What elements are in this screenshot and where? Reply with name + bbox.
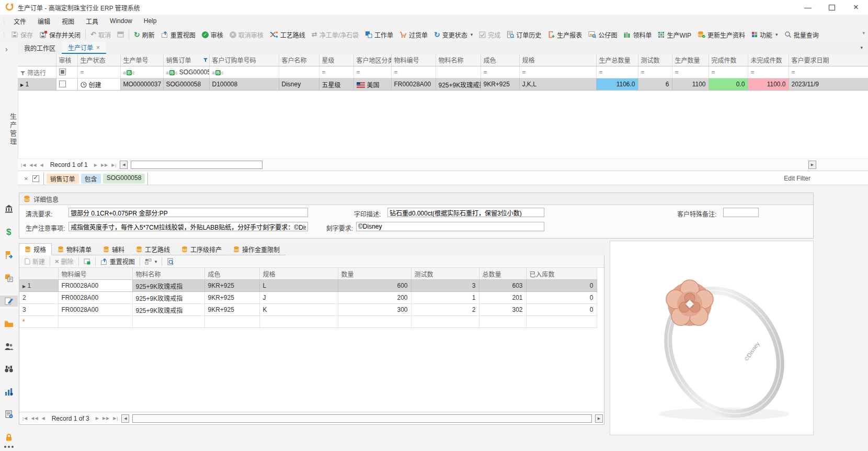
filter-enabled-checkbox[interactable] [32,175,39,182]
cell-size[interactable]: K [259,304,338,316]
filter-cell-star[interactable]: = [319,66,353,78]
row-header[interactable]: 3 [19,304,58,316]
rail-expand-icon[interactable]: › [5,45,8,53]
column-header-item-name[interactable]: 物料名称 [132,268,204,280]
work-order-button[interactable]: 工作单 [362,28,396,41]
tab-bom[interactable]: 物料清单 [52,243,97,255]
menu-edit[interactable]: 编辑 [32,15,56,27]
table-row[interactable]: 3 FR00028A00 925+9K玫瑰戒指 9KR+925 K 300 2 … [19,304,597,316]
clipboard-gear-icon[interactable] [0,409,18,420]
new-row-button[interactable]: 新建 [21,255,48,268]
cell-size[interactable]: J [259,292,338,304]
filter-close-icon[interactable]: × [24,175,28,183]
cell-stocked-qty[interactable] [526,316,597,328]
hscroll-left-button[interactable]: ◀ [120,161,128,169]
column-header-total-qty[interactable]: 生产总数量 [596,54,638,66]
column-header-qty[interactable]: 数量 [338,268,411,280]
filter-cell-approve[interactable] [56,66,77,78]
hscroll-right-button[interactable]: ▶ [808,161,816,169]
refresh-button[interactable]: ↻ 刷新 [131,28,158,41]
tab-route[interactable]: 工艺路线 [130,243,176,255]
cell-item-name[interactable]: 925+9K玫瑰戒指 [132,304,204,316]
minimize-button[interactable]: — [796,0,820,15]
cell-item-name[interactable]: 925+9K玫瑰戒指 [132,280,204,292]
nav-next-button[interactable]: ▶ [96,416,99,421]
column-header-mo[interactable]: 生产单号 [120,54,163,66]
save-close-button[interactable]: 保存并关闭 [36,28,84,41]
nav-prev-button[interactable]: ◀ [40,163,44,167]
filter-cell-item-name[interactable] [436,66,481,78]
hscroll-track[interactable] [131,161,262,169]
search-grid-button[interactable] [164,255,177,268]
people-icon[interactable] [0,341,18,352]
nav-next-button[interactable]: ▶ [94,163,98,167]
filter-cell-purity[interactable]: = [481,66,519,78]
cell-item-name[interactable]: 925+9K玫瑰戒指 [132,292,204,304]
filter-cell-total[interactable]: = [596,66,638,78]
cell-star[interactable]: 五星级 [319,78,353,91]
cell-purity[interactable]: 9KR+925 [481,78,519,91]
cell-item-no[interactable]: FR00028A00 [58,304,132,316]
sub-reset-view-button[interactable]: 重置视图 [97,255,138,268]
route-button[interactable]: 工艺路线 [267,28,309,41]
cell-item-no[interactable]: FR00028A00 [58,280,132,292]
bar-chart-icon[interactable] [0,386,18,397]
cell-qty[interactable] [338,316,411,328]
close-button[interactable]: × [844,0,868,15]
open-folder-icon[interactable] [0,319,18,329]
row-header[interactable]: * [19,316,58,328]
cell-total-qty[interactable]: 1106.0 [596,78,638,91]
toolbar-overflow-icon[interactable]: ▾ [862,30,865,36]
row-header[interactable]: ▶ 1 [19,280,58,292]
column-header-date[interactable]: 客户要求日期 [789,54,868,66]
nav-prev-button[interactable]: ◀ [42,416,45,421]
note-input[interactable] [68,222,308,231]
column-header-region[interactable]: 客户地区分类 [353,54,391,66]
cell-size[interactable]: L [259,280,338,292]
cell-stocked-qty[interactable]: 0 [526,280,597,292]
cell-done-qty[interactable]: 0.0 [709,78,748,91]
bank-icon[interactable] [0,203,18,214]
cell-total-qty[interactable]: 603 [479,280,526,292]
cell-item-name[interactable]: 925+9K玫瑰戒指 [436,78,481,91]
cell-so[interactable]: SOG000058 [163,78,209,91]
column-header-item-no[interactable]: 物料编号 [58,268,132,280]
new-row[interactable]: * [19,316,597,328]
production-report-button[interactable]: 生产报表 [544,28,585,41]
binoculars-icon[interactable] [0,364,18,374]
filter-cell-customer[interactable] [279,66,319,78]
rail-more-icon[interactable] [0,446,18,448]
column-header-prod-qty[interactable]: 生产数量 [672,54,709,66]
cell-qty[interactable]: 600 [338,280,411,292]
cell-prod-qty[interactable]: 1100 [672,78,709,91]
menu-tools[interactable]: 工具 [80,15,104,27]
row-header[interactable]: ▶ 1 [18,78,56,91]
menu-file[interactable]: 文件 [8,15,32,27]
cell-size[interactable] [259,316,338,328]
checkbox-icon[interactable] [59,81,66,87]
indeterminate-checkbox-icon[interactable] [59,69,66,75]
tab-accessory[interactable]: 辅料 [97,243,130,255]
column-header-size[interactable]: 规格 [259,268,338,280]
menu-view[interactable]: 视图 [56,15,80,27]
cell-purity[interactable]: 9KR+925 [204,280,259,292]
cell-test-qty[interactable] [411,316,479,328]
filter-cell-status[interactable]: = [77,66,120,78]
remark-input[interactable] [723,208,759,217]
cell-approve[interactable] [56,78,77,91]
cell-qty[interactable]: 300 [338,304,411,316]
cell-region[interactable]: 美国 [353,78,391,91]
cell-stocked-qty[interactable]: 0 [526,292,597,304]
column-header-size[interactable]: 规格 [519,54,596,66]
imprint-input[interactable] [387,208,544,217]
production-wip-button[interactable]: 生产WIP [655,28,694,41]
save-button[interactable]: 保存 [8,28,36,41]
filter-cell-so[interactable]: aBc SOG000058 [163,66,209,78]
update-production-data-button[interactable]: 更新生产资料 [694,28,748,41]
cell-purity[interactable] [204,316,259,328]
doll-image-button[interactable]: 公仔图 [585,28,620,41]
engrave-input[interactable] [356,222,544,231]
filter-cell-prod[interactable]: = [672,66,709,78]
filter-cell-undone[interactable]: = [748,66,789,78]
complete-button[interactable]: 完成 [476,28,504,41]
